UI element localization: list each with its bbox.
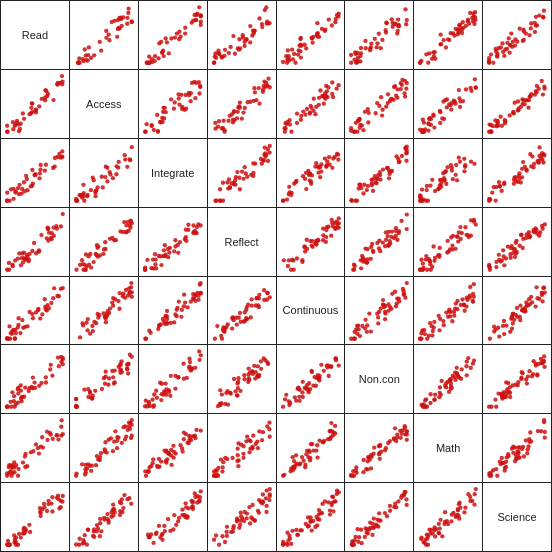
svg-point-614: [53, 156, 57, 160]
svg-point-1266: [20, 317, 24, 321]
svg-point-539: [454, 101, 458, 105]
svg-point-823: [404, 146, 408, 150]
svg-point-1340: [179, 314, 183, 318]
cell-0-2: [139, 1, 208, 70]
svg-point-2449: [285, 531, 289, 535]
svg-point-2171: [378, 457, 382, 461]
svg-point-1938: [94, 463, 98, 467]
svg-point-1692: [197, 358, 201, 362]
svg-point-1385: [237, 310, 241, 314]
svg-point-1341: [182, 292, 186, 296]
svg-point-187: [395, 31, 399, 35]
svg-point-771: [287, 184, 291, 188]
svg-point-265: [500, 41, 504, 45]
svg-point-2556: [456, 507, 460, 511]
svg-point-2172: [372, 452, 376, 456]
svg-point-1565: [520, 308, 524, 312]
svg-point-1839: [455, 372, 459, 376]
svg-point-121: [238, 46, 242, 50]
svg-point-795: [362, 191, 366, 195]
svg-point-594: [512, 111, 516, 115]
svg-point-20: [92, 53, 96, 57]
svg-point-846: [450, 168, 454, 172]
svg-point-310: [22, 117, 26, 121]
svg-point-1640: [103, 370, 107, 374]
svg-point-1826: [437, 395, 441, 399]
svg-point-1853: [525, 382, 529, 386]
svg-point-1556: [502, 318, 506, 322]
svg-point-2454: [303, 522, 307, 526]
svg-point-1667: [198, 354, 202, 358]
svg-point-2358: [198, 495, 202, 499]
svg-point-29: [109, 20, 113, 24]
svg-point-1603: [19, 384, 23, 388]
svg-point-1976: [83, 467, 87, 471]
svg-point-1089: [314, 242, 318, 246]
svg-point-346: [172, 106, 176, 110]
svg-point-1457: [402, 289, 406, 293]
cell-6-4: [277, 414, 346, 483]
svg-point-1382: [215, 323, 219, 327]
svg-point-1180: [438, 245, 442, 249]
svg-point-43: [169, 36, 173, 40]
svg-point-1041: [176, 250, 180, 254]
svg-point-2264: [14, 536, 18, 540]
svg-point-299: [509, 31, 513, 35]
svg-point-954: [59, 224, 63, 228]
svg-point-1598: [12, 399, 16, 403]
svg-point-915: [523, 165, 527, 169]
svg-point-1602: [23, 386, 27, 390]
svg-point-1186: [424, 257, 428, 261]
svg-point-2546: [464, 506, 468, 510]
svg-point-1625: [125, 367, 129, 371]
svg-point-748: [336, 157, 340, 161]
svg-point-1226: [509, 252, 513, 256]
svg-point-10: [129, 20, 133, 24]
svg-point-994: [128, 225, 132, 229]
svg-point-1458: [353, 329, 357, 333]
svg-point-1783: [297, 399, 301, 403]
svg-point-773: [319, 162, 323, 166]
svg-point-318: [37, 104, 41, 108]
svg-point-548: [464, 87, 468, 91]
svg-point-2444: [315, 523, 319, 527]
svg-point-2455: [320, 502, 324, 506]
svg-point-2385: [234, 517, 238, 521]
svg-point-957: [39, 233, 43, 237]
svg-point-2292: [98, 521, 102, 525]
svg-point-1052: [183, 237, 187, 241]
svg-point-2263: [27, 523, 31, 527]
svg-point-551: [438, 110, 442, 114]
svg-point-648: [30, 168, 34, 172]
svg-point-303: [513, 43, 517, 47]
svg-point-1322: [111, 303, 115, 307]
svg-point-1970: [106, 438, 110, 442]
svg-point-1140: [361, 256, 365, 260]
svg-point-1234: [519, 232, 523, 236]
svg-point-2405: [267, 494, 271, 498]
svg-point-1822: [429, 392, 433, 396]
svg-point-2408: [260, 502, 264, 506]
svg-point-1981: [124, 435, 128, 439]
svg-point-1681: [168, 374, 172, 378]
svg-point-1110: [359, 266, 363, 270]
svg-point-2222: [529, 439, 533, 443]
svg-point-1890: [504, 395, 508, 399]
svg-point-1098: [330, 221, 334, 225]
svg-point-122: [264, 21, 268, 25]
svg-point-465: [330, 92, 334, 96]
svg-point-337: [14, 123, 18, 127]
svg-point-772: [316, 170, 320, 174]
svg-point-1842: [449, 378, 453, 382]
svg-point-1566: [543, 290, 547, 294]
svg-point-416: [263, 84, 267, 88]
svg-point-737: [264, 153, 268, 157]
svg-point-195: [375, 45, 379, 49]
svg-point-2071: [221, 460, 225, 464]
svg-point-28: [125, 16, 129, 20]
svg-point-1367: [174, 307, 178, 311]
svg-point-457: [323, 93, 327, 97]
svg-point-2319: [162, 524, 166, 528]
svg-point-2441: [330, 495, 334, 499]
svg-point-2259: [21, 528, 25, 532]
